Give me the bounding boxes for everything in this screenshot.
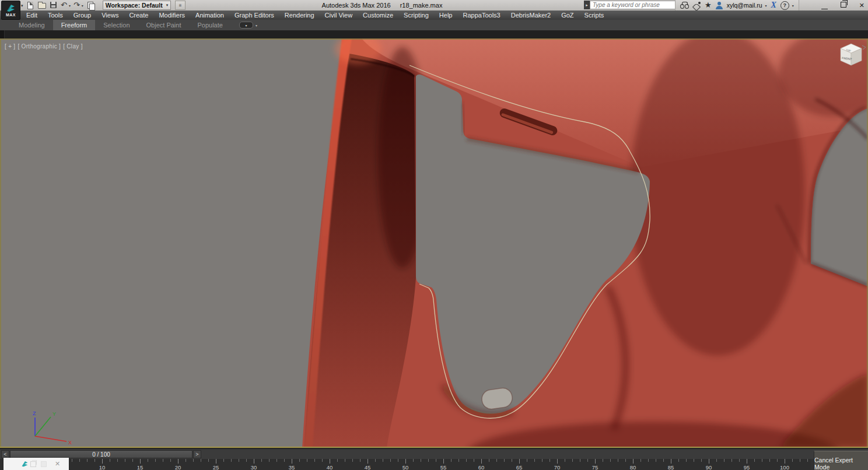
menu-item-tools[interactable]: Tools: [43, 10, 68, 20]
popup-close-button[interactable]: ✕: [55, 460, 60, 468]
workspace-dropdown[interactable]: Workspace: Default ▾: [103, 1, 171, 10]
ruler-tick: [428, 459, 429, 462]
save-button[interactable]: [49, 1, 58, 9]
quick-access-more-button[interactable]: ≡: [175, 1, 186, 10]
workspace-caret-icon: ▾: [166, 3, 169, 8]
ruler-tick: [231, 459, 232, 462]
menu-item-create[interactable]: Create: [124, 10, 153, 20]
ruler-tick: [193, 459, 194, 462]
favorites-icon[interactable]: ★: [705, 2, 712, 9]
ruler-tick: [163, 459, 163, 462]
cancel-expert-mode-button[interactable]: Cancel Expert Mode: [814, 451, 868, 470]
redo-button[interactable]: ↷: [74, 1, 80, 9]
ribbon-tab-modeling[interactable]: Modeling: [10, 20, 53, 30]
ruler-tick: [663, 459, 664, 462]
menu-item-customize[interactable]: Customize: [358, 10, 398, 20]
ruler-label: 70: [554, 464, 561, 470]
account-email[interactable]: xylq@mail.ru: [727, 2, 762, 9]
3dsmax-window: Autodesk 3ds Max 2016 r18_make.max ↶ ▾ ↷…: [0, 0, 868, 470]
ruler-tick: [79, 459, 80, 462]
shading-right-column: [630, 38, 805, 356]
search-expander-icon[interactable]: ▸: [584, 1, 590, 9]
account-caret-icon[interactable]: ▾: [765, 3, 767, 8]
ruler-tick: [269, 459, 270, 462]
ruler-tick: [762, 459, 762, 462]
ruler-tick: [413, 459, 414, 462]
menu-item-rendering[interactable]: Rendering: [279, 10, 320, 20]
panel-grip[interactable]: [0, 30, 5, 38]
exchange-apps-icon[interactable]: X: [771, 1, 776, 10]
undo-dropdown-caret[interactable]: ▾: [69, 3, 71, 8]
next-frame-button[interactable]: >: [193, 450, 201, 458]
minimize-ribbon-button[interactable]: ▾: [239, 22, 253, 29]
ruler-label: 40: [327, 464, 333, 470]
axis-y-label: Y: [52, 411, 56, 417]
menu-item-group[interactable]: Group: [68, 10, 97, 20]
new-file-button[interactable]: [26, 1, 34, 9]
ruler-tick: [451, 459, 452, 462]
ruler-label: 65: [516, 464, 523, 470]
search-input[interactable]: [590, 1, 676, 9]
ruler-label: 20: [175, 464, 181, 470]
close-button[interactable]: ✕: [859, 2, 864, 9]
menu-item-modifiers[interactable]: Modifiers: [153, 10, 190, 20]
ruler-tick: [792, 459, 793, 462]
ruler-label: 45: [365, 464, 371, 470]
menu-item-goz[interactable]: GoZ: [556, 10, 579, 20]
ruler-tick: [481, 459, 482, 464]
track-bar[interactable]: 101520253035404550556065707580859095100: [0, 459, 811, 470]
ruler-tick: [292, 459, 292, 464]
ruler-tick: [800, 459, 800, 462]
menu-item-debrismaker2[interactable]: DebrisMaker2: [506, 10, 556, 20]
menu-item-animation[interactable]: Animation: [190, 10, 229, 20]
viewport-menu-general[interactable]: [ + ]: [5, 43, 15, 50]
ruler-label: 55: [440, 464, 447, 470]
menu-item-scripts[interactable]: Scripts: [579, 10, 610, 20]
project-folder-button[interactable]: [86, 1, 95, 9]
ribbon-tab-object-paint[interactable]: Object Paint: [138, 20, 190, 30]
ruler-tick: [208, 459, 209, 462]
ruler-tick: [148, 459, 148, 462]
user-icon[interactable]: [716, 2, 723, 9]
ruler-tick: [132, 459, 133, 462]
bottom-bar: < 0 / 100 > 1015202530354045505560657075…: [0, 448, 868, 470]
ruler-label: 60: [478, 464, 485, 470]
ruler-tick: [777, 459, 778, 462]
menu-item-help[interactable]: Help: [434, 10, 458, 20]
application-menu-button[interactable]: MAX: [1, 1, 20, 20]
menu-item-civil-view[interactable]: Civil View: [320, 10, 358, 20]
search-area: ▸: [584, 1, 676, 9]
ribbon-tab-freeform[interactable]: Freeform: [53, 20, 96, 30]
ruler-tick: [436, 459, 436, 462]
menu-item-scripting[interactable]: Scripting: [398, 10, 434, 20]
ribbon-tab-selection[interactable]: Selection: [95, 20, 138, 30]
open-file-button[interactable]: [37, 1, 46, 9]
ruler-label: 35: [289, 464, 295, 470]
menu-item-rappatools3[interactable]: RappaTools3: [457, 10, 505, 20]
ruler-tick: [368, 459, 368, 464]
ruler-tick: [724, 459, 724, 462]
ribbon-options-caret-icon[interactable]: ▾: [256, 23, 257, 27]
ribbon-tab-populate[interactable]: Populate: [189, 20, 230, 30]
file-title: r18_make.max: [400, 2, 443, 9]
help-caret-icon[interactable]: ▾: [792, 3, 794, 8]
previous-frame-button[interactable]: <: [1, 450, 9, 458]
ruler-tick: [276, 459, 277, 462]
viewport-canvas[interactable]: TOP FRONT Z Y X: [0, 38, 868, 448]
time-slider[interactable]: 0 / 100: [10, 450, 192, 458]
restore-button[interactable]: [841, 2, 846, 9]
ruler-tick: [785, 459, 785, 464]
viewport-menu-pov[interactable]: [ Orthographic ]: [18, 43, 61, 50]
ruler-tick: [360, 459, 360, 462]
search-icon[interactable]: [680, 2, 689, 9]
help-icon[interactable]: ?: [780, 1, 789, 10]
viewport-menu-shading[interactable]: [ Clay ]: [63, 43, 83, 50]
menu-item-views[interactable]: Views: [96, 10, 124, 20]
menu-item-edit[interactable]: Edit: [21, 10, 43, 20]
minimize-button[interactable]: [821, 2, 828, 9]
menu-item-graph-editors[interactable]: Graph Editors: [229, 10, 279, 20]
undo-button[interactable]: ↶: [61, 1, 67, 9]
redo-dropdown-caret[interactable]: ▾: [82, 3, 83, 8]
ruler-tick: [550, 459, 550, 462]
communication-center-icon[interactable]: [693, 2, 701, 9]
